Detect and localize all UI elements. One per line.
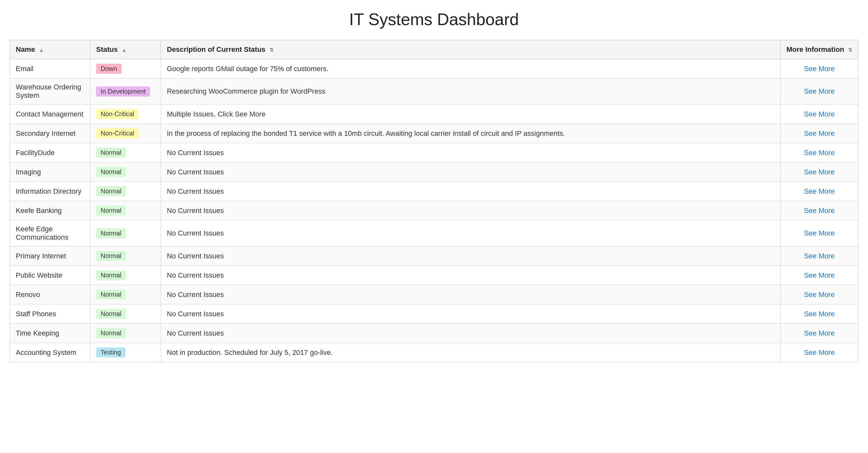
cell-status: Normal (90, 182, 161, 201)
table-row: EmailDownGoogle reports GMail outage for… (10, 59, 858, 79)
cell-description: No Current Issues (161, 182, 780, 201)
sort-arrow-desc: ⇅ (270, 47, 274, 53)
status-badge: Normal (96, 251, 126, 261)
cell-description: No Current Issues (161, 324, 780, 343)
cell-more-info: See More (780, 124, 858, 143)
cell-description: No Current Issues (161, 266, 780, 285)
col-header-status[interactable]: Status ▲ (90, 40, 161, 59)
cell-status: Normal (90, 266, 161, 285)
status-badge: Normal (96, 167, 126, 177)
cell-name: Warehouse Ordering System (10, 79, 90, 105)
status-badge: Non-Critical (96, 109, 138, 119)
cell-description: No Current Issues (161, 285, 780, 304)
cell-description: No Current Issues (161, 247, 780, 266)
table-row: Contact ManagementNon-CriticalMultiple I… (10, 105, 858, 124)
sort-arrow-more: ⇅ (848, 47, 852, 53)
table-row: Public WebsiteNormalNo Current IssuesSee… (10, 266, 858, 285)
status-badge: Normal (96, 148, 126, 158)
cell-status: Non-Critical (90, 124, 161, 143)
cell-more-info: See More (780, 201, 858, 220)
cell-description: No Current Issues (161, 304, 780, 324)
cell-status: Normal (90, 220, 161, 247)
col-header-name[interactable]: Name ▲ (10, 40, 90, 59)
status-badge: Normal (96, 228, 126, 238)
status-badge: In Development (96, 87, 150, 96)
see-more-link[interactable]: See More (804, 149, 835, 157)
cell-name: Information Directory (10, 182, 90, 201)
cell-more-info: See More (780, 59, 858, 79)
table-row: RenovoNormalNo Current IssuesSee More (10, 285, 858, 304)
see-more-link[interactable]: See More (804, 252, 835, 260)
cell-more-info: See More (780, 105, 858, 124)
see-more-link[interactable]: See More (804, 110, 835, 118)
table-row: ImagingNormalNo Current IssuesSee More (10, 163, 858, 182)
cell-description: Researching WooCommerce plugin for WordP… (161, 79, 780, 105)
cell-more-info: See More (780, 220, 858, 247)
status-badge: Normal (96, 309, 126, 319)
see-more-link[interactable]: See More (804, 271, 835, 279)
see-more-link[interactable]: See More (804, 168, 835, 176)
table-row: Staff PhonesNormalNo Current IssuesSee M… (10, 304, 858, 324)
systems-table: Name ▲ Status ▲ Description of Current S… (10, 40, 858, 362)
cell-status: In Development (90, 79, 161, 105)
col-header-description[interactable]: Description of Current Status ⇅ (161, 40, 780, 59)
see-more-link[interactable]: See More (804, 229, 835, 237)
col-header-more-info[interactable]: More Information ⇅ (780, 40, 858, 59)
cell-more-info: See More (780, 143, 858, 163)
cell-more-info: See More (780, 343, 858, 362)
see-more-link[interactable]: See More (804, 65, 835, 73)
cell-status: Non-Critical (90, 105, 161, 124)
cell-status: Normal (90, 143, 161, 163)
table-row: Keefe BankingNormalNo Current IssuesSee … (10, 201, 858, 220)
cell-more-info: See More (780, 182, 858, 201)
cell-status: Normal (90, 247, 161, 266)
status-badge: Non-Critical (96, 129, 138, 138)
table-row: Warehouse Ordering SystemIn DevelopmentR… (10, 79, 858, 105)
table-row: Accounting SystemTestingNot in productio… (10, 343, 858, 362)
cell-status: Normal (90, 304, 161, 324)
cell-description: Multiple Issues, Click See More (161, 105, 780, 124)
see-more-link[interactable]: See More (804, 329, 835, 337)
table-row: Keefe Edge CommunicationsNormalNo Curren… (10, 220, 858, 247)
cell-more-info: See More (780, 304, 858, 324)
table-header-row: Name ▲ Status ▲ Description of Current S… (10, 40, 858, 59)
see-more-link[interactable]: See More (804, 187, 835, 195)
status-badge: Normal (96, 328, 126, 338)
cell-name: Accounting System (10, 343, 90, 362)
cell-status: Down (90, 59, 161, 79)
cell-more-info: See More (780, 163, 858, 182)
cell-name: Secondary Internet (10, 124, 90, 143)
see-more-link[interactable]: See More (804, 310, 835, 318)
table-row: Time KeepingNormalNo Current IssuesSee M… (10, 324, 858, 343)
cell-name: Contact Management (10, 105, 90, 124)
cell-status: Normal (90, 201, 161, 220)
sort-arrow-status: ▲ (122, 47, 127, 53)
see-more-link[interactable]: See More (804, 348, 835, 357)
cell-more-info: See More (780, 247, 858, 266)
cell-description: No Current Issues (161, 143, 780, 163)
cell-status: Normal (90, 163, 161, 182)
cell-status: Normal (90, 285, 161, 304)
see-more-link[interactable]: See More (804, 87, 835, 95)
cell-status: Normal (90, 324, 161, 343)
status-badge: Normal (96, 206, 126, 216)
status-badge: Normal (96, 289, 126, 300)
page-title: IT Systems Dashboard (10, 6, 858, 32)
cell-name: Public Website (10, 266, 90, 285)
see-more-link[interactable]: See More (804, 206, 835, 215)
status-badge: Down (96, 64, 122, 74)
see-more-link[interactable]: See More (804, 129, 835, 137)
status-badge: Normal (96, 186, 126, 196)
cell-more-info: See More (780, 324, 858, 343)
cell-more-info: See More (780, 79, 858, 105)
table-row: Primary InternetNormalNo Current IssuesS… (10, 247, 858, 266)
cell-name: Imaging (10, 163, 90, 182)
cell-more-info: See More (780, 285, 858, 304)
cell-name: Renovo (10, 285, 90, 304)
see-more-link[interactable]: See More (804, 290, 835, 299)
status-badge: Normal (96, 270, 126, 280)
table-row: FacilityDudeNormalNo Current IssuesSee M… (10, 143, 858, 163)
cell-description: No Current Issues (161, 201, 780, 220)
cell-status: Testing (90, 343, 161, 362)
status-badge: Testing (96, 347, 125, 358)
